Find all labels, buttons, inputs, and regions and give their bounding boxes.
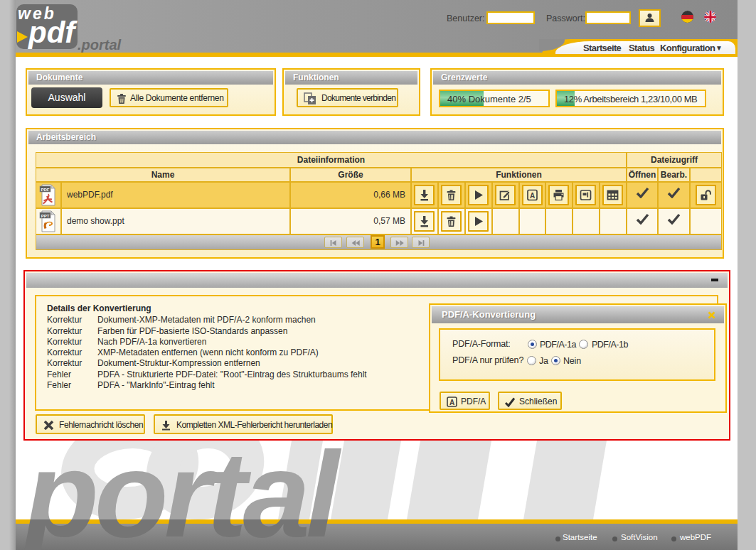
svg-text:PDF: PDF — [41, 188, 50, 192]
svg-text:PPT: PPT — [41, 214, 50, 218]
svg-text:A: A — [449, 399, 454, 406]
svg-text:A: A — [530, 192, 535, 200]
